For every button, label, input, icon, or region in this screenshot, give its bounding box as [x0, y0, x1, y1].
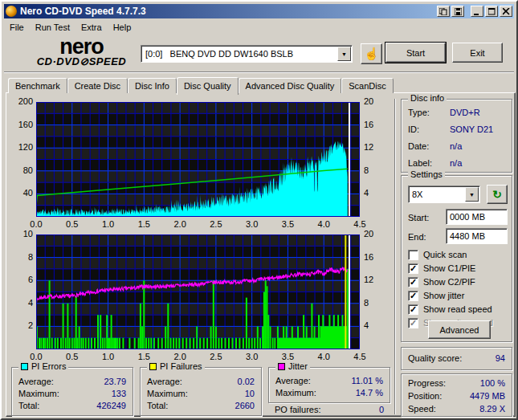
position-label: Position: — [408, 391, 442, 401]
left-axis-tick-label: 40 — [10, 188, 33, 198]
show-read-speed-checkbox[interactable]: ✓Show read speed — [408, 304, 492, 315]
tab-advanced-disc-quality[interactable]: Advanced Disc Quality — [239, 78, 342, 93]
checkbox-icon: ✓ — [408, 291, 418, 301]
x-axis-tick-label: 3.5 — [278, 219, 297, 229]
cd-dvd-speed-wordmark: CD·DVD⊘SPEED — [19, 56, 144, 67]
checkbox-icon: ✓ — [408, 318, 418, 328]
x-axis-tick-label: 2.5 — [206, 352, 226, 361]
disc-info-panel: Disc info Type:DVD+R ID:SONY D21 Date:n/… — [401, 99, 512, 173]
jitter-maximum-label: Maximum: — [275, 388, 316, 398]
drive-select[interactable]: [0:0] BENQ DVD DD DW1640 BSLB ▼ — [141, 45, 353, 63]
chevron-down-icon[interactable]: ▼ — [465, 187, 479, 202]
copy-to-clipboard-button[interactable] — [437, 6, 450, 17]
tab-scandisc[interactable]: ScanDisc — [341, 78, 393, 93]
right-axis-tick-label: 16 — [364, 252, 373, 262]
x-axis-tick-label: 1.5 — [134, 352, 153, 361]
eject-hand-button[interactable]: ☝ — [361, 43, 382, 64]
pi-errors-title: PI Errors — [31, 361, 66, 371]
left-axis-tick-label: 200 — [10, 96, 33, 106]
right-axis-tick-label: 12 — [364, 275, 373, 284]
tab-bar: Benchmark Create Disc Disc Info Disc Qua… — [8, 77, 394, 93]
tab-create-disc[interactable]: Create Disc — [67, 78, 128, 93]
advanced-button[interactable]: Advanced — [428, 320, 491, 339]
chart-plot-area — [36, 102, 360, 217]
show-c1-pie-checkbox[interactable]: ✓Show C1/PIE — [408, 263, 475, 274]
menu-extra[interactable]: Extra — [75, 21, 108, 34]
close-button[interactable] — [500, 6, 512, 17]
pi-errors-maximum-value: 133 — [112, 389, 126, 398]
title-bar: Nero CD-DVD Speed 4.7.7.3 — [4, 4, 514, 18]
advanced-button-label: Advanced — [440, 325, 479, 335]
checkbox-icon: ✓ — [408, 263, 418, 274]
left-axis-tick-label: 120 — [10, 142, 33, 152]
tab-benchmark[interactable]: Benchmark — [8, 78, 67, 93]
pi-failures-total-value: 2660 — [235, 401, 255, 410]
end-field[interactable]: 4480 MB — [446, 228, 508, 244]
app-window: Nero CD-DVD Speed 4.7.7.3 File Run Test … — [0, 0, 518, 420]
drive-select-value: [0:0] BENQ DVD DD DW1640 BSLB — [141, 49, 336, 59]
x-axis-tick-label: 2.0 — [170, 352, 190, 361]
pi-errors-chart: 2001601208040201612840.00.51.01.52.02.53… — [10, 96, 387, 226]
refresh-button[interactable]: ↻ — [487, 185, 508, 204]
x-axis-tick-label: 4.0 — [314, 352, 333, 361]
maximize-button[interactable] — [485, 6, 498, 17]
refresh-icon: ↻ — [492, 188, 502, 201]
right-axis-tick-label: 4 — [364, 188, 369, 198]
progress-panel: Progress:100 % Position:4479 MB Speed:8.… — [401, 373, 512, 417]
checkbox-icon — [408, 250, 418, 260]
show-c2-pif-label: Show C2/PIF — [423, 277, 475, 287]
pi-failures-chart: 108642201612840.00.51.01.52.02.53.03.54.… — [10, 229, 387, 361]
x-axis-tick-label: 1.0 — [99, 219, 118, 229]
tab-disc-info[interactable]: Disc Info — [128, 78, 177, 93]
speed-select[interactable]: 8X ▼ — [408, 186, 480, 203]
save-button[interactable] — [451, 6, 464, 17]
quality-score-panel: Quality score:94 — [401, 347, 512, 370]
right-axis-tick-label: 8 — [364, 165, 369, 175]
chart-plot-area — [36, 234, 360, 349]
position-value: 4479 MB — [470, 391, 505, 401]
start-field[interactable]: 0000 MB — [446, 209, 508, 225]
chevron-down-icon[interactable]: ▼ — [337, 47, 351, 61]
disc-date-label: Date: — [408, 141, 429, 151]
right-axis-tick-label: 4 — [364, 320, 369, 330]
pi-failures-maximum-value: 10 — [245, 389, 255, 398]
app-icon — [6, 6, 17, 17]
pi-failures-average-value: 0.02 — [238, 377, 255, 386]
tab-disc-quality[interactable]: Disc Quality — [177, 77, 239, 95]
disc-info-title: Disc info — [410, 93, 444, 103]
show-jitter-label: Show jitter — [423, 291, 464, 300]
start-button-label: Start — [406, 48, 425, 58]
checkbox-icon: ✓ — [408, 277, 418, 287]
menu-run-test[interactable]: Run Test — [30, 21, 75, 34]
speed-value: 8.29 X — [479, 404, 505, 414]
menu-help[interactable]: Help — [108, 21, 137, 34]
hand-icon: ☝ — [364, 47, 379, 61]
left-axis-tick-label: 2 — [10, 320, 33, 330]
x-axis-tick-label: 0.0 — [27, 219, 46, 229]
show-c2-pif-checkbox[interactable]: ✓Show C2/PIF — [408, 276, 475, 287]
x-axis-tick-label: 2.0 — [170, 219, 190, 229]
pi-errors-total-value: 426249 — [96, 401, 126, 410]
quick-scan-checkbox[interactable]: Quick scan — [408, 249, 467, 260]
start-button[interactable]: Start — [385, 43, 446, 63]
vertical-separator — [394, 99, 396, 414]
disc-label-value: n/a — [450, 158, 462, 168]
pi-errors-maximum-label: Maximum: — [18, 389, 59, 398]
x-axis-tick-label: 3.0 — [243, 219, 262, 229]
x-axis-tick-label: 1.5 — [134, 219, 153, 229]
exit-button[interactable]: Exit — [452, 43, 503, 63]
right-axis-tick-label: 8 — [364, 298, 369, 308]
pi-failures-title: PI Failures — [160, 361, 202, 371]
menu-file[interactable]: File — [4, 21, 30, 34]
minimize-button[interactable] — [471, 6, 483, 17]
pi-errors-panel: PI Errors Average:23.79 Maximum:133 Tota… — [11, 367, 133, 416]
x-axis-tick-label: 0.5 — [63, 219, 82, 229]
left-axis-tick-label: 8 — [10, 252, 33, 262]
settings-panel: Settings 8X ▼ ↻ Start: 0000 MB End: 4480… — [401, 175, 512, 342]
show-jitter-checkbox[interactable]: ✓Show jitter — [408, 290, 464, 301]
progress-label: Progress: — [408, 378, 446, 388]
jitter-title: Jitter — [288, 361, 308, 371]
pi-errors-average-label: Average: — [18, 377, 54, 386]
start-field-label: Start: — [408, 213, 429, 222]
end-field-label: End: — [408, 232, 426, 242]
